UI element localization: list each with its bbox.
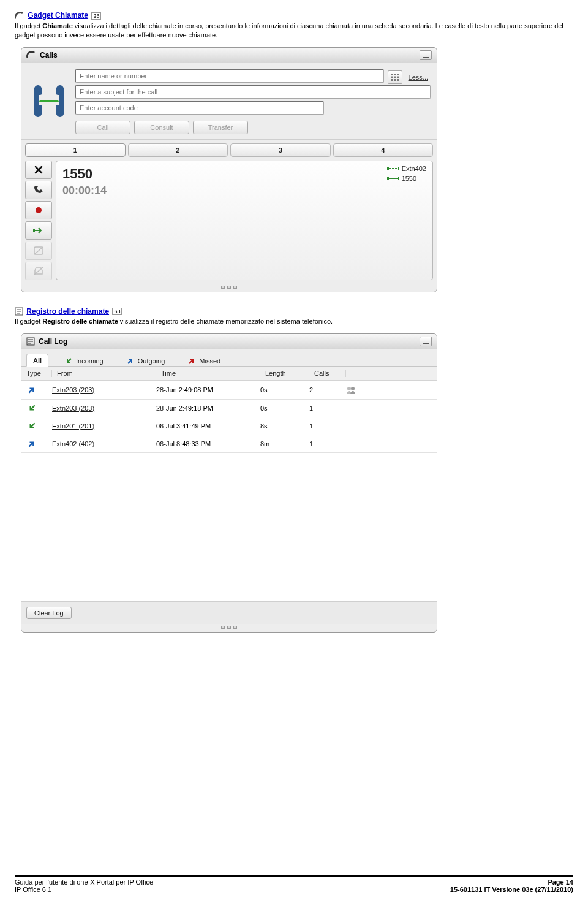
- svg-rect-16: [398, 177, 399, 180]
- svg-rect-6: [397, 76, 399, 78]
- log-length: 8m: [260, 440, 309, 447]
- log-count: 1: [309, 422, 346, 430]
- log-length: 0s: [260, 386, 309, 394]
- svg-rect-4: [391, 76, 393, 78]
- resize-handle[interactable]: [21, 624, 437, 632]
- link-registro-chiamate[interactable]: Registro delle chiamate: [26, 307, 109, 316]
- svg-rect-11: [33, 229, 35, 232]
- handset-icon: [28, 69, 70, 121]
- side-call-1[interactable]: Extn402: [387, 165, 426, 172]
- svg-rect-8: [394, 79, 396, 81]
- page-footer: Guida per l'utente di one-X Portal per I…: [0, 875, 588, 893]
- call-log-title: Call Log: [39, 337, 67, 346]
- section-registro-heading: Registro delle chiamate 63: [15, 307, 573, 316]
- pageref-registro: 63: [112, 308, 122, 315]
- log-action-icon[interactable]: [346, 385, 437, 395]
- log-row: Extn402 (402)06-Jul 8:48:33 PM8m1: [21, 435, 437, 453]
- footer-left-1: Guida per l'utente di one-X Portal per I…: [15, 878, 153, 886]
- active-call-number: 1550: [62, 166, 426, 182]
- log-time: 06-Jul 8:48:33 PM: [156, 440, 260, 447]
- call-tabs: 1 2 3 4: [21, 140, 437, 157]
- footer-right-2: 15-601131 IT Versione 03e (27/11/2010): [450, 886, 573, 893]
- name-number-input[interactable]: [75, 69, 384, 83]
- log-time: 28-Jun 2:49:08 PM: [156, 386, 260, 394]
- log-tab-outgoing[interactable]: Outgoing: [120, 354, 172, 367]
- connected-call-icon: [387, 175, 399, 181]
- svg-rect-5: [394, 76, 396, 78]
- call-button[interactable]: Call: [75, 121, 130, 134]
- transfer-call-button[interactable]: [25, 221, 52, 240]
- para-registro: Il gadget Registro delle chiamate visual…: [15, 317, 573, 326]
- log-tab-all[interactable]: All: [26, 354, 48, 367]
- log-tab-incoming[interactable]: Incoming: [58, 354, 110, 367]
- calls-gadget: Calls Less...: [21, 47, 437, 292]
- less-link[interactable]: Less...: [406, 74, 431, 81]
- account-code-input[interactable]: [75, 101, 324, 115]
- log-from-link[interactable]: Extn201 (201): [52, 422, 94, 430]
- transfer-button[interactable]: Transfer: [193, 121, 248, 134]
- log-length: 8s: [260, 422, 309, 430]
- minimize-button[interactable]: [420, 50, 432, 60]
- active-call-panel: 1550 00:00:14 Extn402 1550: [56, 161, 433, 280]
- hold-call-button[interactable]: [25, 181, 52, 199]
- log-row: Extn201 (201)06-Jul 3:41:49 PM8s1: [21, 417, 437, 435]
- side-call-2[interactable]: 1550: [387, 175, 426, 182]
- log-columns: Type From Time Length Calls: [21, 367, 437, 381]
- log-from-link[interactable]: Extn203 (203): [52, 386, 94, 394]
- call-tab-1[interactable]: 1: [25, 143, 126, 157]
- call-log-header: Call Log: [21, 334, 437, 349]
- log-count: 1: [309, 405, 346, 412]
- log-tab-missed[interactable]: Missed: [181, 354, 227, 367]
- missed-icon: [188, 357, 195, 365]
- calls-gadget-title: Calls: [40, 51, 58, 59]
- para-gadget-chiamate: Il gadget Chiamate visualizza i dettagli…: [15, 21, 573, 40]
- log-icon: [15, 307, 23, 316]
- svg-point-10: [36, 207, 42, 213]
- call-direction-icon: [21, 422, 52, 430]
- log-count: 1: [309, 440, 346, 447]
- log-length: 0s: [260, 405, 309, 412]
- footer-right-1: Page 14: [548, 878, 573, 886]
- pageref-chiamate: 26: [91, 12, 101, 20]
- log-icon: [26, 337, 35, 346]
- dialpad-button[interactable]: [388, 70, 402, 84]
- clear-log-button[interactable]: Clear Log: [26, 607, 72, 619]
- svg-rect-15: [387, 177, 389, 180]
- phone-icon: [15, 12, 24, 20]
- phone-icon: [26, 51, 36, 59]
- footer-left-2: IP Office 6.1: [15, 886, 51, 893]
- svg-rect-13: [387, 167, 389, 170]
- log-time: 28-Jun 2:49:18 PM: [156, 405, 260, 412]
- svg-rect-0: [39, 100, 59, 102]
- log-from-link[interactable]: Extn402 (402): [52, 440, 94, 447]
- svg-point-21: [351, 387, 355, 390]
- svg-rect-3: [397, 74, 399, 75]
- call-direction-icon: [21, 439, 52, 448]
- log-row: Extn203 (203)28-Jun 2:49:18 PM0s1: [21, 400, 437, 417]
- svg-rect-17: [389, 178, 398, 179]
- link-gadget-chiamate[interactable]: Gadget Chiamate: [28, 11, 88, 20]
- subject-input[interactable]: [75, 85, 431, 99]
- calls-gadget-header: Calls: [21, 48, 437, 63]
- minimize-button[interactable]: [420, 337, 432, 346]
- record-button[interactable]: [25, 201, 52, 219]
- resize-handle[interactable]: [21, 284, 437, 292]
- call-tab-2[interactable]: 2: [128, 143, 228, 157]
- log-time: 06-Jul 3:41:49 PM: [156, 422, 260, 430]
- log-from-link[interactable]: Extn203 (203): [52, 405, 94, 412]
- drop-call-button[interactable]: [25, 161, 52, 179]
- call-tab-4[interactable]: 4: [333, 143, 434, 157]
- call-direction-icon: [21, 386, 52, 394]
- svg-point-20: [347, 387, 351, 390]
- call-log-gadget: Call Log All Incoming Outgoing Missed Ty…: [21, 333, 437, 633]
- svg-rect-1: [391, 74, 393, 75]
- consult-button[interactable]: Consult: [134, 121, 189, 134]
- active-call-timer: 00:00:14: [62, 185, 426, 197]
- incoming-icon: [65, 357, 72, 365]
- held-call-icon: [387, 166, 399, 172]
- log-count: 2: [309, 386, 346, 394]
- section-gadget-chiamate-heading: Gadget Chiamate 26: [15, 11, 573, 20]
- action-disabled-2: [25, 262, 52, 280]
- action-disabled-1: [25, 242, 52, 260]
- call-tab-3[interactable]: 3: [230, 143, 331, 157]
